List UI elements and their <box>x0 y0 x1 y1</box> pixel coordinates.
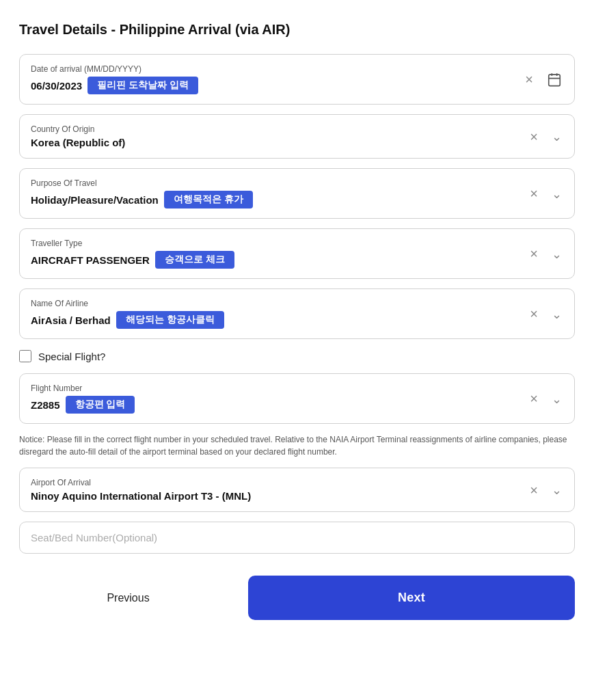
purpose-of-travel-dropdown-button[interactable] <box>549 185 565 202</box>
purpose-of-travel-badge: 여행목적은 휴가 <box>164 191 253 208</box>
date-of-arrival-calendar-button[interactable] <box>544 70 565 88</box>
airline-dropdown-button[interactable] <box>549 305 565 323</box>
airline-label: Name Of Airline <box>31 299 563 308</box>
country-of-origin-card: Country Of Origin Korea (Republic of) <box>19 114 575 159</box>
flight-number-value: Z2885 항공편 입력 <box>31 396 563 414</box>
page-title: Travel Details - Philippine Arrival (via… <box>19 22 575 38</box>
traveller-type-value: AIRCRAFT PASSENGER 승객으로 체크 <box>31 251 563 269</box>
svg-rect-0 <box>549 75 561 85</box>
airport-of-arrival-actions <box>527 481 565 499</box>
country-of-origin-dropdown-button[interactable] <box>549 128 565 146</box>
date-of-arrival-card: Date of arrival (MM/DD/YYYY) 06/30/2023 … <box>19 54 575 105</box>
country-of-origin-value: Korea (Republic of) <box>31 137 563 148</box>
airport-of-arrival-clear-button[interactable] <box>527 481 541 499</box>
airline-value: AirAsia / Berhad 해당되는 항공사클릭 <box>31 311 563 329</box>
special-flight-row: Special Flight? <box>19 349 575 364</box>
airline-card: Name Of Airline AirAsia / Berhad 해당되는 항공… <box>19 288 575 339</box>
traveller-type-label: Traveller Type <box>31 239 563 248</box>
traveller-type-dropdown-button[interactable] <box>549 245 565 262</box>
traveller-type-clear-button[interactable] <box>527 245 541 263</box>
next-button[interactable]: Next <box>248 576 575 620</box>
purpose-of-travel-clear-button[interactable] <box>527 185 541 203</box>
date-of-arrival-value: 06/30/2023 필리핀 도착날짜 입력 <box>31 77 563 94</box>
traveller-type-actions <box>527 245 565 263</box>
flight-number-card: Flight Number Z2885 항공편 입력 <box>19 373 575 424</box>
special-flight-label: Special Flight? <box>38 351 105 362</box>
seat-bed-number-value: Seat/Bed Number(Optional) <box>31 532 563 543</box>
seat-bed-number-card: Seat/Bed Number(Optional) <box>19 522 575 554</box>
traveller-type-badge: 승객으로 체크 <box>155 251 234 269</box>
airport-of-arrival-value: Ninoy Aquino International Airport T3 - … <box>31 490 563 502</box>
traveller-type-card: Traveller Type AIRCRAFT PASSENGER 승객으로 체… <box>19 228 575 279</box>
flight-number-dropdown-button[interactable] <box>549 390 565 407</box>
airport-of-arrival-card: Airport Of Arrival Ninoy Aquino Internat… <box>19 468 575 512</box>
purpose-of-travel-label: Purpose Of Travel <box>31 178 563 188</box>
flight-number-badge: 항공편 입력 <box>66 396 135 414</box>
flight-number-label: Flight Number <box>31 383 563 393</box>
bottom-nav: Previous Next <box>19 576 575 620</box>
airport-of-arrival-dropdown-button[interactable] <box>549 481 565 499</box>
flight-number-clear-button[interactable] <box>527 390 541 408</box>
date-of-arrival-clear-button[interactable] <box>522 70 536 89</box>
notice-text: Notice: Please fill in the correct fligh… <box>19 433 575 458</box>
airline-clear-button[interactable] <box>527 305 541 323</box>
date-of-arrival-actions <box>522 70 565 89</box>
purpose-of-travel-card: Purpose Of Travel Holiday/Pleasure/Vacat… <box>19 168 575 219</box>
date-of-arrival-label: Date of arrival (MM/DD/YYYY) <box>31 64 563 74</box>
country-of-origin-actions <box>527 127 565 146</box>
special-flight-checkbox[interactable] <box>19 350 31 362</box>
country-of-origin-label: Country Of Origin <box>31 124 563 134</box>
date-of-arrival-badge: 필리핀 도착날짜 입력 <box>87 77 198 94</box>
airline-badge: 해당되는 항공사클릭 <box>116 311 224 329</box>
airport-of-arrival-label: Airport Of Arrival <box>31 478 563 487</box>
purpose-of-travel-actions <box>527 185 565 203</box>
flight-number-actions <box>527 390 565 408</box>
previous-button[interactable]: Previous <box>19 578 237 618</box>
purpose-of-travel-value: Holiday/Pleasure/Vacation 여행목적은 휴가 <box>31 191 563 208</box>
country-of-origin-clear-button[interactable] <box>527 127 541 146</box>
airline-actions <box>527 305 565 323</box>
